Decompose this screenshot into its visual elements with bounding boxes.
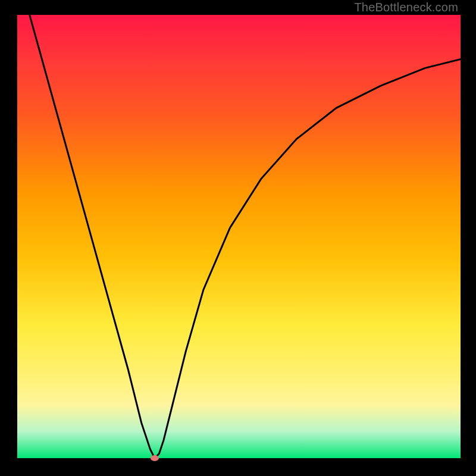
- minimum-marker: [151, 455, 159, 461]
- watermark-text: TheBottleneck.com: [354, 1, 458, 14]
- bottleneck-curve: [17, 0, 461, 458]
- curve-layer: [0, 0, 476, 476]
- chart-frame: TheBottleneck.com: [0, 0, 476, 476]
